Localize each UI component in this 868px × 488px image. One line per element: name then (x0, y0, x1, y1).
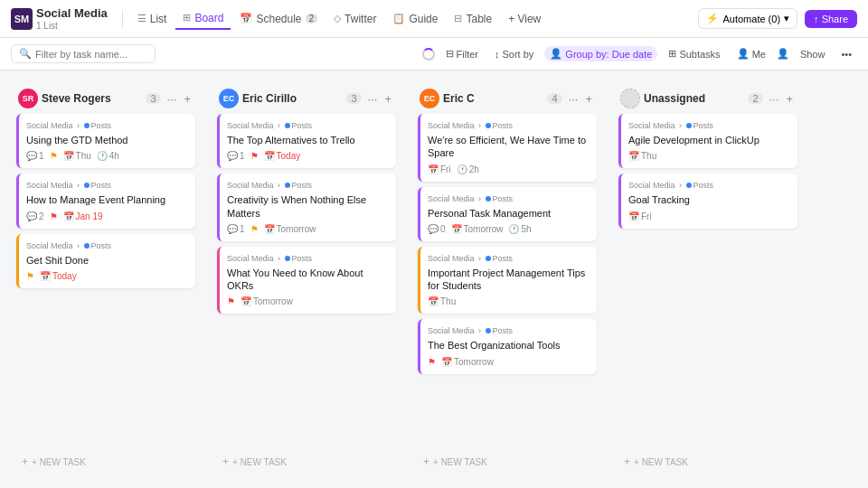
avatar: EC (420, 89, 439, 108)
comment-icon: 💬 (26, 151, 37, 161)
column-add-button[interactable]: + (582, 91, 595, 107)
calendar-icon: 📅 (428, 164, 439, 174)
more-options-button[interactable]: ••• (835, 47, 857, 61)
me-button[interactable]: 👤 Me (731, 46, 771, 61)
card-title: Using the GTD Method (26, 134, 188, 146)
priority-flag: ⚑ (227, 296, 235, 306)
column-header-eric-cirillo: ECEric Cirillo3···+ (212, 81, 401, 114)
workspace-name: Social Media (36, 6, 108, 21)
breadcrumb-text: Social Media › Posts (428, 326, 513, 335)
card-title: Creativity is When Nothing Else Matters (227, 193, 389, 220)
card-title: The Best Organizational Tools (428, 339, 590, 352)
column-more-button[interactable]: ··· (566, 91, 581, 107)
calendar-icon: 📅 (451, 224, 462, 234)
breadcrumb: Social Media › Posts (428, 326, 590, 335)
subtasks-button[interactable]: ⊞ Subtasks (663, 46, 725, 61)
card[interactable]: Social Media › Posts Get Shit Done⚑📅Toda… (16, 234, 195, 288)
card[interactable]: Social Media › Posts Using the GTD Metho… (16, 114, 195, 168)
nav-item-view[interactable]: + View (501, 9, 548, 29)
table-icon: ⊟ (454, 13, 462, 24)
nav-item-list[interactable]: ☰ List (130, 9, 175, 29)
priority-flag: ⚑ (26, 271, 34, 281)
card[interactable]: Social Media › Posts What You Need to Kn… (217, 247, 396, 314)
cards-container: Social Media › Posts Using the GTD Metho… (11, 114, 201, 448)
filter-button[interactable]: ⊟ Filter (440, 46, 484, 61)
comment-count: 💬1 (227, 151, 245, 161)
nav-item-table[interactable]: ⊟ Table (447, 9, 499, 29)
calendar-icon: 📅 (628, 151, 639, 161)
new-task-button[interactable]: ++ NEW TASK (215, 450, 398, 474)
column-count: 4 (547, 93, 561, 104)
card-meta: 📅Thu (628, 151, 790, 161)
avatar: EC (219, 89, 239, 108)
group-label: Group by: Due date (565, 49, 652, 60)
card-title: The Top Alternatives to Trello (227, 134, 389, 146)
card[interactable]: Social Media › Posts Personal Task Manag… (418, 187, 597, 241)
card[interactable]: Social Media › Posts Agile Development i… (618, 114, 797, 168)
nav-board-label: Board (194, 12, 223, 24)
card-meta: 📅Thu (428, 296, 590, 306)
workspace-icon: SM (11, 8, 33, 30)
card[interactable]: Social Media › Posts The Best Organizati… (418, 319, 597, 373)
twitter-icon: ◇ (334, 13, 341, 24)
clock-icon: 🕐 (457, 164, 467, 174)
share-button[interactable]: ↑ Share (805, 10, 857, 28)
plus-icon: + (423, 455, 429, 468)
group-icon: 👤 (550, 48, 562, 60)
card[interactable]: Social Media › Posts Creativity is When … (217, 174, 396, 241)
nav-item-board[interactable]: ⊞ Board (175, 8, 231, 30)
column-more-button[interactable]: ··· (365, 91, 381, 107)
nav-item-schedule[interactable]: 📅 Schedule 2 (232, 9, 325, 29)
time-estimate: 🕐5h (508, 224, 531, 234)
card-title: Agile Development in ClickUp (628, 134, 790, 146)
breadcrumb-text: Social Media › Posts (26, 181, 111, 190)
card-meta: 💬0📅Tomorrow🕐5h (428, 224, 590, 234)
extra-me-icon: 👤 (777, 48, 789, 60)
sort-label: Sort by (503, 49, 534, 60)
card[interactable]: Social Media › Posts Important Project M… (418, 247, 597, 314)
cards-container: Social Media › Posts The Top Alternative… (212, 114, 401, 448)
calendar-icon: 📅 (40, 271, 51, 281)
card[interactable]: Social Media › Posts How to Manage Event… (16, 174, 195, 228)
search-icon: 🔍 (19, 48, 32, 60)
breadcrumb-text: Social Media › Posts (26, 241, 111, 250)
column-add-button[interactable]: + (783, 91, 796, 107)
card[interactable]: Social Media › Posts Goal Tracking📅Fri (618, 174, 797, 228)
column-eric-cirillo: ECEric Cirillo3···+Social Media › Posts … (212, 81, 401, 477)
column-actions: ···+ (165, 91, 193, 107)
priority-flag: ⚑ (50, 211, 58, 221)
column-steve: SRSteve Rogers3···+Social Media › Posts … (11, 81, 201, 477)
breadcrumb: Social Media › Posts (428, 254, 590, 263)
loading-indicator (422, 48, 435, 61)
card-title: Important Project Management Tips for St… (428, 267, 590, 293)
column-more-button[interactable]: ··· (165, 91, 180, 107)
new-task-button[interactable]: ++ NEW TASK (416, 450, 599, 474)
new-task-button[interactable]: ++ NEW TASK (14, 450, 197, 474)
search-box[interactable]: 🔍 (11, 44, 156, 63)
column-more-button[interactable]: ··· (767, 91, 782, 107)
due-date: 📅Tomorrow (451, 224, 504, 234)
search-input[interactable] (35, 49, 147, 60)
sort-button[interactable]: ↕ Sort by (489, 47, 539, 61)
card[interactable]: Social Media › Posts The Top Alternative… (217, 114, 396, 168)
comment-count: 💬1 (227, 224, 245, 234)
plus-icon: + (624, 455, 630, 468)
nav-item-guide[interactable]: 📋 Guide (385, 9, 445, 29)
card-meta: ⚑📅Today (26, 271, 188, 281)
comment-icon: 💬 (26, 211, 37, 221)
subtasks-icon: ⊞ (668, 48, 676, 60)
due-date: 📅Tomorrow (241, 296, 293, 306)
new-task-button[interactable]: ++ NEW TASK (617, 450, 799, 474)
nav-item-twitter[interactable]: ◇ Twitter (326, 9, 383, 29)
group-button[interactable]: 👤 Group by: Due date (544, 46, 657, 61)
card[interactable]: Social Media › Posts We're so Efficient,… (418, 114, 597, 182)
show-button[interactable]: Show (795, 47, 831, 61)
automate-button[interactable]: ⚡ Automate (0) ▾ (698, 8, 797, 29)
column-add-button[interactable]: + (181, 91, 193, 107)
breadcrumb: Social Media › Posts (26, 241, 188, 250)
due-date: 📅Thu (628, 151, 656, 161)
automate-label: Automate (0) (722, 14, 780, 24)
column-add-button[interactable]: + (382, 91, 394, 107)
header: SM Social Media 1 List ☰ List ⊞ Board 📅 … (0, 0, 868, 38)
breadcrumb-text: Social Media › Posts (428, 121, 513, 130)
